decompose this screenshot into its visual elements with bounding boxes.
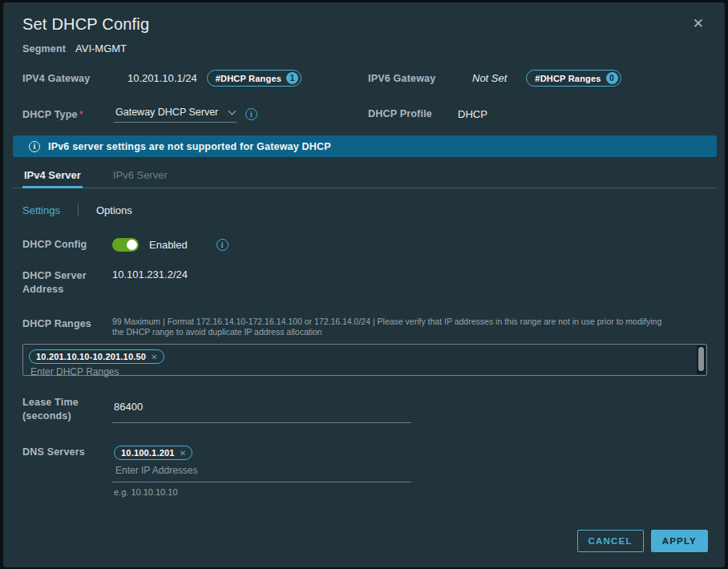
ipv4-gateway-value: 10.201.10.1/24 xyxy=(127,72,197,84)
dhcp-config-state: Enabled xyxy=(149,239,188,251)
server-tabs: IPv4 Server IPv6 Server xyxy=(13,167,717,188)
dhcp-profile-value: DHCP xyxy=(458,108,487,120)
badge-count: 0 xyxy=(606,72,618,84)
ipv6-dhcp-ranges-badge[interactable]: #DHCP Ranges 0 xyxy=(526,70,621,87)
ipv6-gateway-value: Not Set xyxy=(472,72,507,84)
dhcp-type-row: DHCP Type* Gateway DHCP Server i DHCP Pr… xyxy=(22,105,707,123)
dhcp-config-toggle[interactable] xyxy=(112,238,139,252)
apply-button[interactable]: APPLY xyxy=(651,530,708,552)
ipv4-gateway-label: IPV4 Gateway xyxy=(22,73,127,84)
dhcp-type-info-icon[interactable]: i xyxy=(245,108,257,120)
info-banner-text: IPv6 server settings are not supported f… xyxy=(48,141,331,152)
dhcp-server-address-row: DHCP Server Address 10.101.231.2/24 xyxy=(22,268,707,297)
dialog-title: Set DHCP Config xyxy=(22,15,149,34)
ipv4-dhcp-ranges-badge[interactable]: #DHCP Ranges 1 xyxy=(207,70,301,87)
dhcp-type-value: Gateway DHCP Server xyxy=(115,107,218,118)
subtab-divider xyxy=(78,204,79,216)
segment-label: Segment xyxy=(22,43,75,54)
subtab-settings[interactable]: Settings xyxy=(22,204,60,216)
lease-time-label: Lease Time (seconds) xyxy=(22,395,112,423)
required-asterisk: * xyxy=(79,108,83,120)
dns-servers-input[interactable] xyxy=(114,465,274,476)
dhcp-range-token: 10.201.10.10-10.201.10.50 ✕ xyxy=(29,349,164,364)
dhcp-type-label: DHCP Type xyxy=(22,109,78,120)
dns-servers-label: DNS Servers xyxy=(22,445,112,497)
gateway-row: IPV4 Gateway 10.201.10.1/24 #DHCP Ranges… xyxy=(22,70,707,87)
dhcp-ranges-input-box[interactable]: 10.201.10.10-10.201.10.50 ✕ xyxy=(22,344,707,376)
segment-row: Segment AVI-MGMT xyxy=(22,42,707,54)
scrollbar[interactable] xyxy=(697,345,706,374)
lease-time-input[interactable] xyxy=(112,395,411,423)
dialog-footer: CANCEL APPLY xyxy=(577,530,708,552)
subtab-options[interactable]: Options xyxy=(96,204,132,216)
dhcp-ranges-row: DHCP Ranges 99 Maximum | Format 172.16.1… xyxy=(22,317,707,337)
dhcp-server-address-label: DHCP Server Address xyxy=(22,268,112,297)
tab-ipv4-server[interactable]: IPv4 Server xyxy=(22,167,83,188)
chevron-down-icon xyxy=(229,107,237,115)
dhcp-ranges-input[interactable] xyxy=(29,366,269,377)
subtabs: Settings Options xyxy=(22,204,707,216)
badge-count: 1 xyxy=(286,72,298,84)
dns-server-token: 10.100.1.201 ✕ xyxy=(114,446,192,460)
segment-value: AVI-MGMT xyxy=(75,42,127,54)
dhcp-range-token-text: 10.201.10.10-10.201.10.50 xyxy=(36,352,146,361)
tab-ipv6-server[interactable]: IPv6 Server xyxy=(111,167,169,188)
cancel-button[interactable]: CANCEL xyxy=(577,530,644,552)
dns-servers-row: DNS Servers 10.100.1.201 ✕ e.g. 10.10.10… xyxy=(22,445,707,497)
ipv6-gateway-label: IPV6 Gateway xyxy=(368,73,458,84)
close-icon[interactable]: ✕ xyxy=(690,15,707,32)
badge-label: #DHCP Ranges xyxy=(216,74,281,83)
dialog-header: Set DHCP Config ✕ xyxy=(22,15,707,34)
dhcp-type-select[interactable]: Gateway DHCP Server xyxy=(114,105,237,123)
badge-label: #DHCP Ranges xyxy=(535,74,601,83)
dhcp-config-info-icon[interactable]: i xyxy=(216,239,229,251)
dns-servers-field[interactable]: 10.100.1.201 ✕ xyxy=(112,445,411,482)
dhcp-type-label-wrap: DHCP Type* xyxy=(22,107,114,121)
toggle-knob xyxy=(127,240,137,250)
dhcp-server-address-value: 10.101.231.2/24 xyxy=(112,268,188,297)
dhcp-profile-label: DHCP Profile xyxy=(368,108,458,119)
dhcp-config-label: DHCP Config xyxy=(22,237,112,252)
dns-server-token-text: 10.100.1.201 xyxy=(121,448,175,458)
dhcp-ranges-label: DHCP Ranges xyxy=(22,317,112,337)
token-remove-icon[interactable]: ✕ xyxy=(151,353,157,361)
dns-servers-example: e.g. 10.10.10.10 xyxy=(112,487,411,497)
info-icon: i xyxy=(29,141,40,152)
token-remove-icon[interactable]: ✕ xyxy=(180,449,186,458)
scrollbar-thumb[interactable] xyxy=(698,347,704,371)
info-banner: i IPv6 server settings are not supported… xyxy=(13,135,717,157)
set-dhcp-config-dialog: Set DHCP Config ✕ Segment AVI-MGMT IPV4 … xyxy=(3,2,725,567)
dhcp-config-row: DHCP Config Enabled i xyxy=(22,237,707,252)
lease-time-row: Lease Time (seconds) xyxy=(22,395,707,423)
dhcp-ranges-hint: 99 Maximum | Format 172.16.14.10-172.16.… xyxy=(112,317,665,337)
